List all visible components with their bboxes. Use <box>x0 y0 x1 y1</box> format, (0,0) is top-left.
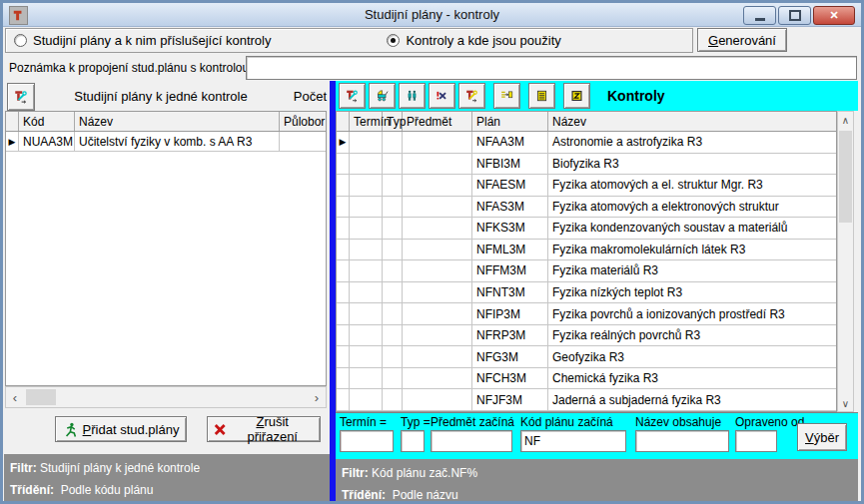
filter-predmet-input[interactable] <box>431 430 512 452</box>
view-mode-group: Studijní plány a k nim příslušející kont… <box>5 28 693 53</box>
note-label: Poznámka k propojení stud.plánu s kontro… <box>9 61 249 75</box>
left-filter-status: Filtr: Studijní plány k jedné kontrole <box>10 461 200 475</box>
titlebar[interactable]: Studijní plány - kontroly ✕ <box>3 3 861 27</box>
cancel-warning-button[interactable] <box>429 83 455 109</box>
table-row[interactable]: NFJF3M Jaderná a subjaderná fyzika R3 <box>337 389 836 411</box>
filter-kod-planu-input[interactable] <box>520 430 626 452</box>
scroll-up-icon[interactable]: ∧ <box>838 112 853 128</box>
table-row[interactable]: NFBI3M Biofyzika R3 <box>337 154 836 176</box>
row-marker-icon: ▶ <box>337 132 350 153</box>
filter-termin: Termín = <box>340 415 394 452</box>
table-header: Termín Typ Předmět Plán Název <box>337 112 836 132</box>
table-row[interactable]: ▶ NUAA3M Učitelství fyziky v komb. s AA … <box>6 132 326 152</box>
left-status-bar: Filtr: Studijní plány k jedné kontrole T… <box>4 454 330 501</box>
column-header-nazev: Název <box>75 112 280 131</box>
left-sort-status: Třídění: Podle kódu plánu <box>10 483 153 497</box>
assign-to-plan-button[interactable] <box>493 83 520 109</box>
table-body: ▶ NFAA3M Astronomie a astrofyzika R3 NFB… <box>337 132 836 411</box>
scroll-right-icon[interactable]: › <box>308 387 326 407</box>
table-row[interactable]: NFKS3M Fyzika kondenzovaných soustav a m… <box>337 218 836 240</box>
students-button[interactable] <box>399 83 426 109</box>
close-icon: ✕ <box>829 9 838 22</box>
horizontal-scrollbar[interactable]: ‹ › <box>5 386 327 408</box>
column-header-plan: Plán <box>472 112 548 131</box>
filter-opraveno-od: Opraveno od <box>735 415 804 452</box>
restore-button[interactable] <box>778 6 811 25</box>
column-header-predmet: Předmět <box>403 112 472 131</box>
filter-typ-input[interactable] <box>401 430 425 452</box>
filter-termin-input[interactable] <box>340 430 394 452</box>
pram-icon <box>376 86 389 106</box>
add-plans-button[interactable]: Přidat stud.plány <box>55 416 187 442</box>
restore-icon <box>789 10 801 21</box>
right-filter-status: Filtr: Kód plánu zač.NF% <box>342 466 477 480</box>
two-people-icon <box>406 86 419 106</box>
red-x-icon <box>214 423 226 436</box>
column-header-typ: Typ <box>383 112 403 131</box>
cell-kod: NUAA3M <box>19 132 75 151</box>
right-panel-title: Kontroly <box>607 88 665 104</box>
plan-tools-button[interactable] <box>7 83 35 111</box>
filter-nazev-input[interactable] <box>635 430 729 452</box>
table-row[interactable]: NFFM3M Fyzika materiálů R3 <box>337 260 836 282</box>
radio-controls-used-label: Kontroly a kde jsou použity <box>406 33 560 48</box>
scroll-left-icon[interactable]: ‹ <box>6 387 24 407</box>
z-icon <box>570 86 583 106</box>
window-title: Studijní plány - kontroly <box>3 7 861 22</box>
select-button[interactable]: Výběr <box>797 423 847 451</box>
minimize-button[interactable] <box>743 6 776 25</box>
radio-controls-used[interactable]: Kontroly a kde jsou použity <box>387 33 560 48</box>
app-window: Studijní plány - kontroly ✕ Studijní plá… <box>0 0 864 504</box>
study-plans-table: Kód Název Půlobor ▶ NUAA3M Učitelství fy… <box>5 111 327 386</box>
tools-yellow-icon <box>465 86 478 106</box>
tools-yellow-button[interactable] <box>458 83 485 109</box>
count-label: Počet <box>253 89 327 104</box>
remove-assignment-button[interactable]: Zrušit přiřazení <box>207 416 321 442</box>
filter-typ: Typ = <box>401 415 431 452</box>
cell-pulobor <box>280 132 326 151</box>
note-input[interactable] <box>246 56 857 80</box>
table-row[interactable]: NFNT3M Fyzika nízkých teplot R3 <box>337 282 836 304</box>
scrollbar-thumb[interactable] <box>839 131 852 223</box>
cell-nazev: Učitelství fyziky v komb. s AA R3 <box>75 132 280 151</box>
table-row[interactable]: NFRP3M Fyzika reálných povrchů R3 <box>337 325 836 347</box>
selector-column-header <box>337 112 350 131</box>
table-row[interactable]: NFML3M Fyzika makromolekulárních látek R… <box>337 240 836 261</box>
table-row[interactable]: ▶ NFAA3M Astronomie a astrofyzika R3 <box>337 132 836 154</box>
row-marker-icon: ▶ <box>6 132 19 151</box>
table-row[interactable]: NFAS3M Fyzika atomových a elektronových … <box>337 197 836 219</box>
table-row[interactable]: NFG3M Geofyzika R3 <box>337 346 836 368</box>
report-list-button[interactable] <box>528 83 555 109</box>
document-list-icon <box>535 86 548 106</box>
generate-button[interactable]: Generování <box>697 28 787 52</box>
radio-icon <box>14 34 27 47</box>
table-header: Kód Název Půlobor <box>6 112 326 132</box>
x-exclamation-icon <box>435 86 448 106</box>
scroll-down-icon[interactable]: ∨ <box>838 395 853 411</box>
minimize-icon <box>755 18 765 21</box>
z-report-button[interactable] <box>563 83 590 109</box>
table-row[interactable]: NFCH3M Chemická fyzika R3 <box>337 368 836 390</box>
radio-selected-icon <box>387 34 400 47</box>
selector-column-header <box>6 112 19 131</box>
radio-study-plans-label: Studijní plány a k nim příslušející kont… <box>33 33 271 48</box>
running-man-icon <box>63 422 78 437</box>
scrollbar-thumb[interactable] <box>26 389 56 405</box>
table-row[interactable]: NFIP3M Fyzika povrchů a ionizovaných pro… <box>337 303 836 325</box>
filter-bar: Termín = Typ = Předmět začíná Kód plánu … <box>336 412 858 457</box>
table-row[interactable]: NFAESM Fyzika atomových a el. struktur M… <box>337 175 836 197</box>
right-sort-status: Třídění: Podle názvu <box>342 488 458 502</box>
filter-opraveno-od-input[interactable] <box>735 430 777 452</box>
column-header-nazev: Název <box>548 112 836 131</box>
plan-tools-button-2[interactable] <box>339 83 366 109</box>
column-header-pulobor: Půlobor <box>280 112 326 131</box>
right-status-bar: Filtr: Kód plánu zač.NF% Třídění: Podle … <box>336 457 858 501</box>
newborn-plans-button[interactable] <box>369 83 396 109</box>
vertical-scrollbar[interactable]: ∧ ∨ <box>837 111 854 412</box>
left-panel-title: Studijní plány k jedné kontrole <box>41 89 281 104</box>
controls-table: Termín Typ Předmět Plán Název ▶ NFAA3M A… <box>336 111 837 412</box>
close-button[interactable]: ✕ <box>813 6 855 25</box>
filter-kod-planu: Kód plánu začíná <box>520 415 626 452</box>
lines-arrow-box-icon <box>500 86 513 106</box>
radio-study-plans[interactable]: Studijní plány a k nim příslušející kont… <box>14 33 271 48</box>
